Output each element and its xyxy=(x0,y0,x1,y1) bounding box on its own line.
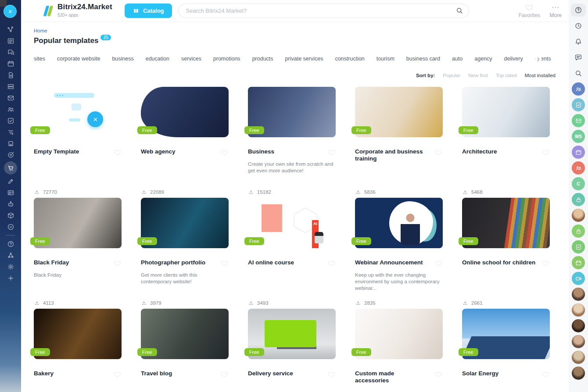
template-thumbnail[interactable]: Free xyxy=(462,198,550,248)
right-rail-tasks-button[interactable] xyxy=(572,240,585,253)
sidebar-item-cart[interactable] xyxy=(4,161,17,175)
right-rail-mail-button[interactable] xyxy=(572,114,585,127)
avatar[interactable] xyxy=(572,335,585,348)
template-thumbnail[interactable]: Free xyxy=(34,87,122,137)
template-title[interactable]: Delivery service xyxy=(248,370,293,377)
template-thumbnail[interactable]: Free xyxy=(141,87,229,137)
sidebar-item-messenger[interactable] xyxy=(4,46,17,58)
favorite-heart-icon[interactable] xyxy=(327,259,336,267)
template-title[interactable]: Webinar Announcement xyxy=(355,259,423,266)
template-thumbnail[interactable]: Free xyxy=(248,87,336,137)
sidebar-item-docs[interactable] xyxy=(4,69,17,81)
sort-option-most-installed[interactable]: Most installed xyxy=(525,73,556,78)
favorite-heart-icon[interactable] xyxy=(327,148,336,157)
template-thumbnail[interactable]: Free xyxy=(34,309,122,359)
template-title[interactable]: Photographer portfolio xyxy=(141,259,205,266)
right-rail-video-button[interactable] xyxy=(572,272,585,285)
right-rail-tasks-button[interactable] xyxy=(572,98,585,111)
sidebar-item-structure[interactable] xyxy=(4,249,17,261)
sidebar-item-chevron-circle[interactable] xyxy=(4,221,17,232)
favorite-heart-icon[interactable] xyxy=(113,148,122,157)
sidebar-item-feed[interactable] xyxy=(4,35,17,46)
right-rail-help-button[interactable] xyxy=(571,4,586,17)
right-rail-clock-button[interactable] xyxy=(571,19,586,32)
template-thumbnail[interactable]: Free xyxy=(34,198,122,248)
template-title[interactable]: Empty Template xyxy=(34,148,79,155)
right-rail-calendar-button[interactable] xyxy=(572,256,585,269)
template-thumbnail[interactable]: Free xyxy=(355,198,443,248)
right-rail-team-button[interactable] xyxy=(572,161,585,175)
tab-auto[interactable]: auto xyxy=(452,56,463,62)
template-thumbnail[interactable]: Free xyxy=(141,309,229,359)
sort-option-top-rated[interactable]: Top rated xyxy=(496,73,517,78)
template-title[interactable]: AI online course xyxy=(248,259,294,266)
right-rail-calendar-button[interactable] xyxy=(572,146,585,159)
template-title[interactable]: Business xyxy=(248,148,274,155)
tab-promotions[interactable]: promotions xyxy=(213,56,240,62)
favorite-heart-icon[interactable] xyxy=(220,259,229,267)
right-rail-lock-button[interactable] xyxy=(572,225,585,238)
sidebar-item-crm[interactable] xyxy=(4,126,17,138)
sidebar-item-contact[interactable] xyxy=(4,187,17,198)
breadcrumb-home-link[interactable]: Home xyxy=(34,28,47,33)
right-rail-chat-lines-button[interactable] xyxy=(571,51,586,64)
sort-option-new-first[interactable]: New first xyxy=(468,73,488,78)
avatar[interactable] xyxy=(572,351,585,364)
favorite-heart-icon[interactable] xyxy=(434,370,443,378)
favorite-heart-icon[interactable] xyxy=(220,148,229,157)
template-thumbnail[interactable]: AI Free xyxy=(248,198,336,248)
favorites-button[interactable]: Favorites xyxy=(516,3,543,18)
template-thumbnail[interactable]: Free xyxy=(355,309,443,359)
tab-education[interactable]: education xyxy=(146,56,169,62)
tab-construction[interactable]: construction xyxy=(335,56,364,62)
template-thumbnail[interactable]: Free xyxy=(355,87,443,137)
tab-products[interactable]: products xyxy=(252,56,273,62)
sidebar-item-box[interactable] xyxy=(4,210,17,221)
favorite-heart-icon[interactable] xyxy=(113,370,122,378)
sidebar-item-sites[interactable] xyxy=(4,175,17,187)
sidebar-item-gear[interactable] xyxy=(4,261,17,272)
template-title[interactable]: Custom made accessories xyxy=(355,370,430,384)
right-rail-lock-button[interactable] xyxy=(572,193,585,206)
template-title[interactable]: Bakery xyxy=(34,370,54,377)
template-title[interactable]: Online school for children xyxy=(462,259,535,266)
sidebar-item-network[interactable] xyxy=(4,24,17,35)
tab-corporate-website[interactable]: corporate website xyxy=(57,56,100,62)
sidebar-item-plus[interactable] xyxy=(4,272,17,284)
right-rail-search-button[interactable] xyxy=(571,67,586,80)
template-thumbnail[interactable]: Free xyxy=(462,87,550,137)
sidebar-item-help[interactable] xyxy=(4,238,17,249)
favorite-heart-icon[interactable] xyxy=(541,148,550,157)
right-rail-team-button[interactable] xyxy=(572,82,585,96)
tab-agency[interactable]: agency xyxy=(474,56,492,62)
favorite-heart-icon[interactable] xyxy=(327,370,336,378)
tabs-scroll-right-icon[interactable] xyxy=(532,56,541,62)
template-title[interactable]: Web agency xyxy=(141,148,176,155)
favorite-heart-icon[interactable] xyxy=(434,259,443,267)
template-thumbnail[interactable]: Free xyxy=(462,309,550,359)
bitrix24-market-logo[interactable]: Bitrix24.Market 520+ apps xyxy=(44,3,112,18)
favorite-heart-icon[interactable] xyxy=(220,370,229,378)
sidebar-item-team[interactable] xyxy=(4,103,17,115)
sidebar-item-marketing[interactable] xyxy=(4,149,17,160)
avatar[interactable] xyxy=(572,209,585,222)
sidebar-item-robot[interactable] xyxy=(4,198,17,210)
sidebar-item-calendar[interactable] xyxy=(4,58,17,69)
template-thumbnail[interactable]: Free xyxy=(248,309,336,359)
template-title[interactable]: Architecture xyxy=(462,148,497,155)
template-title[interactable]: Corporate and business training xyxy=(355,148,430,162)
tab-services[interactable]: services xyxy=(181,56,201,62)
search-input[interactable] xyxy=(178,4,469,18)
tab-business[interactable]: business xyxy=(112,56,133,62)
template-title[interactable]: Black Friday xyxy=(34,259,69,266)
close-button[interactable] xyxy=(4,5,17,18)
template-title[interactable]: Solar Energy xyxy=(462,370,498,377)
favorite-heart-icon[interactable] xyxy=(434,148,443,157)
favorite-heart-icon[interactable] xyxy=(541,370,550,378)
right-rail-label-button[interactable]: C xyxy=(572,177,585,190)
sidebar-item-tasks[interactable] xyxy=(4,115,17,126)
tab-sites[interactable]: sites xyxy=(34,56,45,62)
sidebar-item-mail[interactable] xyxy=(4,92,17,103)
avatar[interactable] xyxy=(572,367,585,380)
sidebar-item-drive[interactable] xyxy=(4,81,17,92)
